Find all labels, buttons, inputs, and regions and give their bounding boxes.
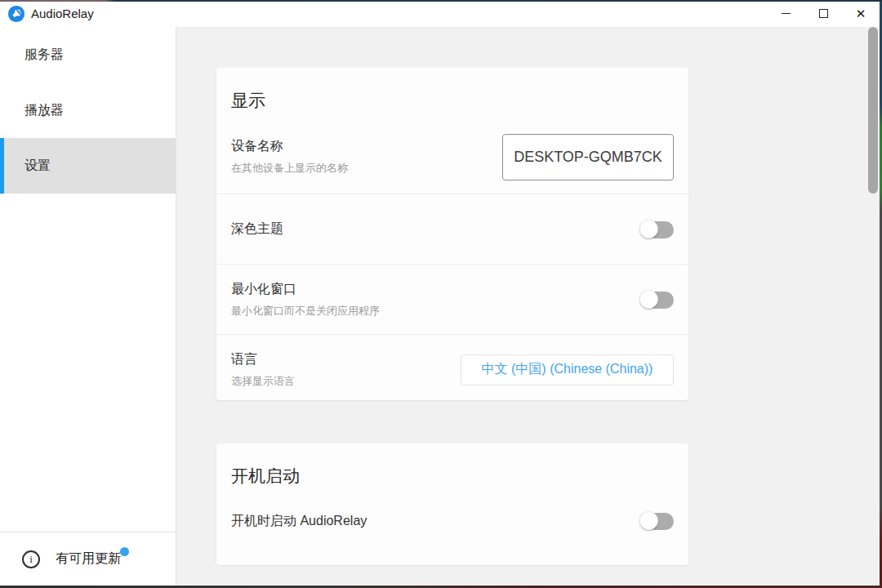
toggle-knob [639,290,658,309]
minimize-icon [782,13,791,14]
maximize-button[interactable] [804,0,842,27]
display-settings-card: 显示 设备名称 在其他设备上显示的名称 深色主题 最小化 [216,68,688,400]
sidebar-item-settings[interactable]: 设置 [0,138,176,194]
titlebar: AudioRelay ✕ [0,0,882,27]
close-button[interactable]: ✕ [842,0,880,27]
window-controls: ✕ [767,0,880,27]
language-labels: 语言 选择显示语言 [231,351,295,389]
device-name-input[interactable] [502,134,674,180]
launch-on-boot-label: 开机时启动 AudioRelay [231,513,367,530]
toggle-knob [639,220,658,238]
maximize-icon [819,9,828,18]
launch-on-boot-labels: 开机时启动 AudioRelay [231,513,367,530]
app-title: AudioRelay [31,7,94,20]
minimize-window-labels: 最小化窗口 最小化窗口而不是关闭应用程序 [231,281,380,318]
launch-on-boot-row: 开机时启动 AudioRelay [216,496,688,558]
minimize-window-row: 最小化窗口 最小化窗口而不是关闭应用程序 [216,264,688,334]
sidebar-item-label: 服务器 [24,47,64,64]
launch-on-boot-toggle[interactable] [639,511,674,531]
toggle-knob [639,511,658,530]
vertical-scrollbar-thumb[interactable] [868,27,878,194]
device-name-row: 设备名称 在其他设备上显示的名称 [216,120,688,194]
close-icon: ✕ [856,7,866,20]
device-name-labels: 设备名称 在其他设备上显示的名称 [231,138,348,176]
dark-theme-toggle[interactable] [639,220,674,239]
minimize-window-sublabel: 最小化窗口而不是关闭应用程序 [231,304,380,318]
display-card-title: 显示 [216,68,688,120]
dark-theme-labels: 深色主题 [231,220,283,238]
device-name-sublabel: 在其他设备上显示的名称 [231,161,348,176]
startup-card-title: 开机启动 [216,443,688,496]
audiorelay-logo-icon [7,5,25,23]
startup-settings-card: 开机启动 开机时启动 AudioRelay [216,443,688,565]
language-select[interactable]: 中文 (中国) (Chinese (China)) [461,354,674,385]
minimize-window-label: 最小化窗口 [231,281,380,298]
dark-theme-row: 深色主题 [216,194,688,264]
settings-main: 显示 设备名称 在其他设备上显示的名称 深色主题 最小化 [176,27,880,586]
device-name-label: 设备名称 [231,138,348,155]
language-row: 语言 选择显示语言 中文 (中国) (Chinese (China)) [216,334,688,404]
update-available-label: 有可用更新 [56,550,121,568]
sidebar-item-player[interactable]: 播放器 [0,82,176,138]
sidebar-item-label: 设置 [24,158,51,175]
sidebar: 服务器 播放器 设置 i 有可用更新 [0,27,176,586]
dark-theme-label: 深色主题 [231,220,283,238]
sidebar-item-server[interactable]: 服务器 [0,27,176,82]
app-window: AudioRelay ✕ 服务器 播放器 设置 i 有可用更新 显示 [0,0,882,588]
info-icon: i [22,550,40,568]
minimize-window-toggle[interactable] [639,290,674,310]
sidebar-item-label: 播放器 [24,102,64,119]
update-available-row[interactable]: i 有可用更新 [0,532,176,586]
desktop-edge-top [0,0,882,2]
update-badge-dot [120,547,129,556]
language-selected-value: 中文 (中国) (Chinese (China)) [482,361,653,378]
language-label: 语言 [231,351,295,368]
minimize-button[interactable] [767,0,804,27]
language-sublabel: 选择显示语言 [231,374,295,389]
